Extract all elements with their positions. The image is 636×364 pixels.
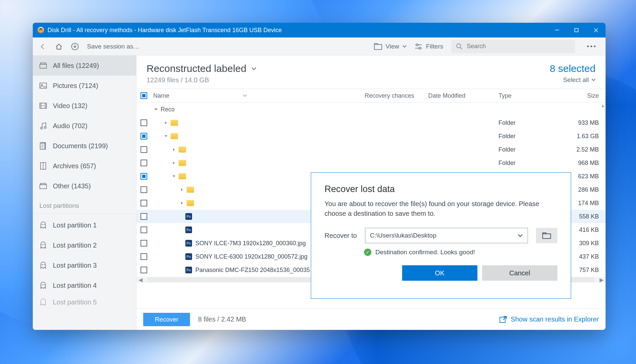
more-button[interactable] (583, 46, 600, 47)
maximize-icon (574, 28, 578, 32)
svg-point-19 (42, 224, 43, 225)
save-session-label[interactable]: Save session as… (87, 43, 140, 50)
svg-rect-8 (40, 63, 46, 64)
save-button[interactable] (71, 42, 79, 51)
browse-button[interactable] (536, 228, 557, 243)
sidebar-item-lost-partition-2[interactable]: Lost partition 2 (33, 235, 136, 255)
folder-icon (179, 147, 186, 153)
svg-point-25 (42, 284, 43, 285)
stack-icon (39, 182, 47, 190)
row-checkbox[interactable] (141, 240, 147, 247)
svg-rect-28 (543, 234, 551, 239)
row-checkbox[interactable] (141, 173, 147, 180)
chevron-down-icon[interactable] (169, 175, 179, 178)
ok-button[interactable]: OK (402, 265, 477, 281)
svg-point-23 (42, 264, 43, 265)
chevron-down-icon[interactable] (161, 134, 171, 138)
chevron-right-icon[interactable] (177, 188, 187, 192)
folder-icon (187, 200, 194, 206)
show-in-explorer-link[interactable]: Show scan results in Explorer (499, 315, 599, 323)
row-checkbox[interactable] (141, 119, 147, 126)
sidebar-item-lost-partition-3[interactable]: Lost partition 3 (33, 255, 136, 275)
sidebar-item-lost-partition-1[interactable]: Lost partition 1 (33, 215, 136, 235)
home-button[interactable] (55, 42, 63, 51)
recover-to-label: Recover to (325, 232, 357, 240)
sidebar-item-label: Video (132) (53, 102, 87, 110)
row-checkbox[interactable] (141, 186, 147, 193)
column-name[interactable]: Name (151, 92, 365, 99)
arrow-left-icon (39, 43, 47, 50)
sidebar-item-label: Audio (702) (53, 122, 87, 130)
sidebar-item-video[interactable]: Video (132) (33, 96, 136, 116)
ghost-icon (39, 298, 47, 306)
sidebar-item-documents[interactable]: Documents (2199) (33, 136, 136, 156)
chevron-right-icon[interactable] (177, 201, 187, 205)
jpeg-icon: Ps (185, 240, 192, 247)
row-checkbox[interactable] (141, 133, 147, 140)
svg-rect-9 (40, 83, 47, 88)
jpeg-icon: Ps (185, 267, 192, 273)
column-size[interactable]: Size (555, 92, 606, 99)
download-icon (71, 42, 79, 51)
chevron-right-icon[interactable] (161, 121, 171, 125)
row-checkbox[interactable] (141, 267, 147, 273)
ghost-icon (39, 221, 47, 229)
row-checkbox[interactable] (141, 226, 147, 233)
back-button[interactable] (39, 42, 47, 51)
sidebar-item-pictures[interactable]: Pictures (7124) (33, 76, 136, 96)
chevron-down-icon (402, 45, 406, 48)
row-checkbox[interactable] (141, 213, 147, 220)
table-row[interactable]: Folder968 MB (137, 156, 606, 170)
destination-confirmed: Destination confirmed. Looks good! (375, 249, 475, 256)
cancel-button[interactable]: Cancel (482, 265, 557, 281)
row-checkbox[interactable] (141, 146, 147, 153)
toolbar: Save session as… View Filters (33, 37, 606, 56)
sidebar-item-other[interactable]: Other (1435) (33, 176, 136, 196)
table-row[interactable]: Folder2.52 MB (137, 143, 606, 156)
column-date[interactable]: Date Modified (428, 92, 498, 99)
search-box[interactable] (451, 40, 575, 53)
row-checkbox[interactable] (141, 253, 147, 260)
chevron-right-icon[interactable] (169, 161, 179, 165)
lost-partitions-heading: Lost partitions (33, 196, 136, 212)
search-input[interactable] (467, 43, 570, 50)
group-row[interactable]: Reco (137, 103, 606, 116)
view-dropdown[interactable]: View (374, 43, 406, 50)
recover-button[interactable]: Recover (143, 313, 190, 326)
sidebar-item-lost-partition-5[interactable]: Lost partition 5 (33, 295, 136, 309)
sidebar-item-label: Other (1435) (53, 182, 91, 190)
archive-icon (39, 162, 47, 170)
sidebar-item-label: Lost partition 5 (53, 298, 97, 306)
dialog-title: Recover lost data (325, 184, 557, 194)
main-header: Reconstructed labeled 12249 files / 14.0… (137, 56, 606, 89)
svg-point-24 (44, 264, 45, 265)
sidebar-item-label: Lost partition 4 (53, 282, 97, 289)
minimize-button[interactable] (547, 23, 567, 37)
select-all-checkbox[interactable] (141, 92, 147, 99)
window-title: Disk Drill - All recovery methods - Hard… (48, 27, 547, 34)
selected-count: 8 selected (550, 63, 596, 74)
scroll-up-icon[interactable]: ▲ (601, 103, 605, 108)
row-checkbox[interactable] (141, 160, 147, 166)
document-icon (39, 142, 47, 150)
destination-select[interactable]: C:\Users\lukas\Desktop (365, 228, 528, 243)
column-type[interactable]: Type (498, 92, 555, 99)
results-title-dropdown[interactable]: Reconstructed labeled (147, 63, 550, 74)
maximize-button[interactable] (567, 23, 586, 37)
table-row[interactable]: Folder933 MB (137, 116, 606, 129)
sidebar-item-audio[interactable]: Audio (702) (33, 116, 136, 136)
close-button[interactable] (586, 23, 606, 37)
home-icon (55, 42, 63, 51)
svg-rect-3 (374, 44, 382, 50)
folder-icon (179, 173, 186, 179)
chevron-right-icon[interactable] (169, 148, 179, 152)
sidebar-item-lost-partition-4[interactable]: Lost partition 4 (33, 275, 136, 295)
column-chances[interactable]: Recovery chances (365, 92, 428, 99)
ghost-icon (39, 262, 47, 269)
table-row[interactable]: Folder1.63 GB (137, 129, 606, 143)
sidebar-item-archives[interactable]: Archives (657) (33, 156, 136, 176)
filters-button[interactable]: Filters (415, 43, 443, 50)
row-checkbox[interactable] (141, 200, 147, 206)
select-all-dropdown[interactable]: Select all (550, 76, 596, 84)
sidebar-item-all-files[interactable]: All files (12249) (33, 56, 136, 76)
